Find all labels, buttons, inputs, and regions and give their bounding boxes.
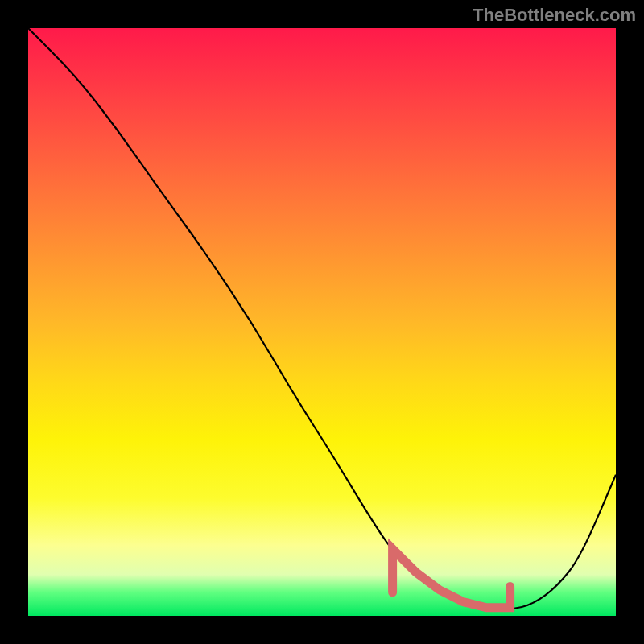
curve-svg xyxy=(28,28,616,616)
bottleneck-curve-line xyxy=(28,28,616,610)
plot-area xyxy=(28,28,616,616)
valley-marker xyxy=(393,549,510,608)
watermark-text: TheBottleneck.com xyxy=(473,5,636,26)
chart-container: TheBottleneck.com xyxy=(0,0,644,644)
